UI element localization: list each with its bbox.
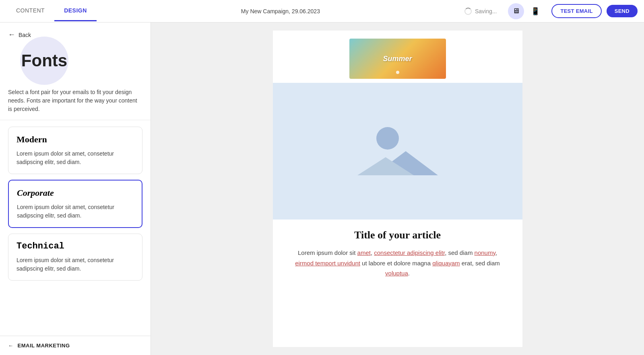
mobile-view-button[interactable]: 📱 bbox=[527, 3, 543, 19]
back-arrow-icon: ← bbox=[8, 31, 15, 39]
link-voluptua[interactable]: voluptua bbox=[385, 270, 408, 277]
image-placeholder bbox=[273, 83, 522, 220]
font-card-modern-title: Modern bbox=[17, 134, 134, 145]
font-card-technical-title: Technical bbox=[17, 241, 134, 251]
tab-content[interactable]: CONTENT bbox=[6, 1, 54, 21]
summer-text: Summer bbox=[383, 55, 412, 63]
article-title: Title of your article bbox=[289, 229, 506, 241]
desktop-view-button[interactable]: 🖥 bbox=[508, 3, 524, 19]
email-preview: Summer Title of your article Lorem ipsum… bbox=[273, 31, 522, 347]
tab-design[interactable]: DESIGN bbox=[54, 1, 97, 21]
main-layout: ← Back Fonts Select a font pair for your… bbox=[0, 23, 644, 355]
font-cards-list: Modern Lorem ipsum dolor sit amet, conse… bbox=[0, 120, 151, 336]
fonts-title: Fonts bbox=[21, 51, 67, 70]
font-card-technical[interactable]: Technical Lorem ipsum dolor sit amet, co… bbox=[8, 234, 142, 281]
back-bottom-icon: ← bbox=[8, 343, 14, 349]
preview-area: Summer Title of your article Lorem ipsum… bbox=[151, 23, 644, 355]
font-card-corporate-title: Corporate bbox=[17, 188, 134, 198]
fonts-badge: Fonts bbox=[20, 37, 68, 85]
sidebar-description: Select a font pair for your emails to fi… bbox=[0, 85, 151, 120]
topbar-tabs: CONTENT DESIGN bbox=[6, 1, 97, 21]
summer-banner: Summer bbox=[349, 39, 446, 79]
article-body: Lorem ipsum dolor sit amet, consectetur … bbox=[289, 248, 506, 279]
sidebar-bottom[interactable]: ← EMAIL MARKETING bbox=[0, 336, 151, 355]
email-marketing-label: EMAIL MARKETING bbox=[18, 343, 70, 349]
font-card-corporate-body: Lorem ipsum dolor sit amet, consetetur s… bbox=[17, 203, 134, 220]
sidebar-header: ← Back Fonts bbox=[0, 23, 151, 85]
font-card-corporate[interactable]: Corporate Lorem ipsum dolor sit amet, co… bbox=[8, 180, 142, 228]
saving-status: Saving... bbox=[464, 8, 497, 15]
summer-dot bbox=[396, 71, 399, 74]
font-card-modern-body: Lorem ipsum dolor sit amet, consetetur s… bbox=[17, 150, 134, 166]
back-button[interactable]: ← Back bbox=[8, 31, 31, 39]
link-amet[interactable]: amet bbox=[357, 249, 371, 256]
link-nonumy[interactable]: nonumy bbox=[475, 249, 495, 256]
preview-content: Title of your article Lorem ipsum dolor … bbox=[273, 220, 522, 288]
saving-text: Saving... bbox=[475, 8, 497, 14]
placeholder-svg bbox=[353, 119, 442, 183]
send-button[interactable]: SEND bbox=[607, 5, 638, 17]
link-consectetur[interactable]: consectetur adipiscing elitr bbox=[374, 249, 445, 256]
link-qliquayam[interactable]: qliquayam bbox=[432, 260, 460, 267]
preview-header: Summer bbox=[273, 31, 522, 79]
campaign-name: My New Campaign, 29.06.2023 bbox=[101, 8, 460, 14]
font-card-modern[interactable]: Modern Lorem ipsum dolor sit amet, conse… bbox=[8, 127, 142, 174]
sidebar: ← Back Fonts Select a font pair for your… bbox=[0, 23, 151, 355]
device-icons: 🖥 📱 bbox=[508, 3, 543, 19]
back-label: Back bbox=[19, 32, 31, 38]
svg-point-0 bbox=[376, 127, 399, 150]
link-eirmod[interactable]: eirmod temport unvidunt bbox=[295, 260, 360, 267]
test-email-button[interactable]: TEST EMAIL bbox=[551, 4, 601, 18]
topbar: CONTENT DESIGN My New Campaign, 29.06.20… bbox=[0, 0, 644, 23]
font-card-technical-body: Lorem ipsum dolor sit amet, consetetur s… bbox=[17, 256, 134, 273]
saving-spinner bbox=[464, 8, 472, 15]
